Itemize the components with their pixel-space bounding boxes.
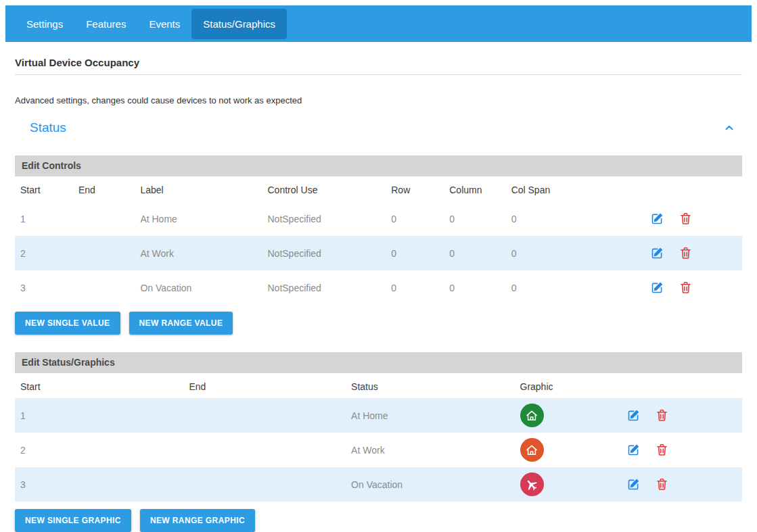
edit-controls-section: Edit Controls Start End Label Control Us… bbox=[15, 155, 742, 335]
new-single-value-button[interactable]: NEW SINGLE VALUE bbox=[15, 312, 120, 335]
control-row: 3 On Vacation NotSpecified 0 0 0 bbox=[15, 270, 742, 305]
graphics-table: Start End Status Graphic 1 At Home bbox=[15, 373, 742, 502]
col-control-use: Control Use bbox=[262, 176, 386, 201]
edit-status-graphics-section: Edit Status/Graphics Start End Status Gr… bbox=[15, 352, 742, 532]
col-column: Column bbox=[444, 176, 505, 201]
cell-start: 3 bbox=[15, 467, 183, 502]
trash-icon bbox=[655, 443, 669, 457]
home-icon bbox=[520, 404, 544, 427]
col-col-span: Col Span bbox=[506, 176, 630, 201]
home-icon bbox=[520, 438, 544, 462]
cell-end bbox=[183, 433, 346, 467]
cell-end bbox=[183, 467, 346, 502]
new-range-value-button[interactable]: NEW RANGE VALUE bbox=[129, 312, 233, 335]
graphic-row: 1 At Home bbox=[15, 398, 742, 433]
cell-end bbox=[73, 236, 135, 270]
trash-icon bbox=[679, 281, 693, 295]
status-accordion[interactable]: Status bbox=[15, 118, 742, 138]
delete-button[interactable] bbox=[678, 245, 693, 261]
col-end: End bbox=[73, 176, 135, 201]
cell-end bbox=[73, 201, 135, 236]
trash-icon bbox=[679, 246, 693, 260]
edit-button[interactable] bbox=[649, 211, 665, 226]
control-row: 2 At Work NotSpecified 0 0 0 bbox=[15, 236, 742, 270]
graphics-buttons: NEW SINGLE GRAPHIC NEW RANGE GRAPHIC bbox=[15, 509, 742, 532]
graphics-header-row: Start End Status Graphic bbox=[15, 373, 742, 398]
cell-status: At Work bbox=[346, 433, 514, 467]
new-single-graphic-button[interactable]: NEW SINGLE GRAPHIC bbox=[15, 509, 131, 532]
delete-button[interactable] bbox=[654, 477, 670, 492]
cell-control-use: NotSpecified bbox=[262, 236, 386, 270]
cell-column: 0 bbox=[444, 270, 505, 305]
col-actions bbox=[619, 373, 742, 398]
cell-col-span: 0 bbox=[506, 236, 630, 270]
edit-icon bbox=[650, 212, 664, 226]
cell-start: 2 bbox=[15, 236, 73, 270]
col-actions bbox=[629, 176, 742, 201]
airplane-icon bbox=[520, 473, 544, 496]
delete-button[interactable] bbox=[654, 408, 670, 423]
cell-column: 0 bbox=[444, 236, 505, 270]
col-start: Start bbox=[15, 176, 73, 201]
controls-table: Start End Label Control Use Row Column C… bbox=[15, 176, 742, 305]
new-range-graphic-button[interactable]: NEW RANGE GRAPHIC bbox=[140, 509, 255, 532]
control-row: 1 At Home NotSpecified 0 0 0 bbox=[15, 201, 742, 236]
cell-column: 0 bbox=[444, 201, 505, 236]
tab-events[interactable]: Events bbox=[137, 9, 191, 39]
delete-button[interactable] bbox=[654, 442, 670, 458]
warning-text: Advanced settings, changes could cause d… bbox=[15, 95, 742, 105]
page-title: Virtual Device Occupancy bbox=[15, 57, 742, 68]
cell-end bbox=[183, 398, 346, 433]
edit-controls-header: Edit Controls bbox=[15, 155, 742, 176]
top-nav: Settings Features Events Status/Graphics bbox=[5, 5, 752, 42]
cell-label: On Vacation bbox=[135, 270, 262, 305]
col-label: Label bbox=[135, 176, 262, 201]
cell-label: At Work bbox=[135, 236, 262, 270]
cell-row: 0 bbox=[386, 201, 444, 236]
edit-button[interactable] bbox=[649, 245, 665, 261]
col-end: End bbox=[183, 373, 346, 398]
col-graphic: Graphic bbox=[515, 373, 620, 398]
edit-icon bbox=[650, 281, 664, 295]
edit-button[interactable] bbox=[649, 280, 665, 295]
trash-icon bbox=[679, 212, 693, 226]
cell-status: At Home bbox=[346, 398, 514, 433]
col-row: Row bbox=[386, 176, 444, 201]
edit-icon bbox=[626, 477, 641, 491]
cell-control-use: NotSpecified bbox=[262, 201, 386, 236]
main-content: Virtual Device Occupancy Advanced settin… bbox=[5, 57, 752, 532]
controls-buttons: NEW SINGLE VALUE NEW RANGE VALUE bbox=[15, 312, 742, 335]
cell-col-span: 0 bbox=[506, 201, 630, 236]
graphic-row: 2 At Work bbox=[15, 433, 742, 467]
tab-settings[interactable]: Settings bbox=[15, 9, 74, 39]
col-status: Status bbox=[346, 373, 514, 398]
cell-start: 1 bbox=[15, 398, 183, 433]
cell-row: 0 bbox=[386, 236, 444, 270]
cell-status: On Vacation bbox=[346, 467, 514, 502]
edit-button[interactable] bbox=[626, 408, 641, 423]
edit-icon bbox=[626, 408, 641, 422]
page: Settings Features Events Status/Graphics… bbox=[0, 0, 757, 532]
trash-icon bbox=[655, 477, 669, 491]
tab-features[interactable]: Features bbox=[74, 9, 137, 39]
cell-start: 3 bbox=[15, 270, 73, 305]
delete-button[interactable] bbox=[678, 280, 693, 295]
edit-button[interactable] bbox=[626, 442, 641, 458]
divider bbox=[15, 74, 742, 75]
edit-status-graphics-header: Edit Status/Graphics bbox=[15, 352, 742, 373]
cell-start: 2 bbox=[15, 433, 183, 467]
edit-button[interactable] bbox=[626, 477, 641, 492]
cell-row: 0 bbox=[386, 270, 444, 305]
graphic-row: 3 On Vacation bbox=[15, 467, 742, 502]
edit-icon bbox=[650, 246, 664, 260]
tab-status-graphics[interactable]: Status/Graphics bbox=[191, 9, 287, 39]
accordion-label: Status bbox=[30, 120, 66, 135]
cell-label: At Home bbox=[135, 201, 262, 236]
edit-icon bbox=[626, 443, 641, 457]
delete-button[interactable] bbox=[678, 211, 693, 226]
col-start: Start bbox=[15, 373, 183, 398]
cell-end bbox=[73, 270, 135, 305]
cell-col-span: 0 bbox=[506, 270, 630, 305]
trash-icon bbox=[655, 408, 669, 422]
cell-control-use: NotSpecified bbox=[262, 270, 386, 305]
